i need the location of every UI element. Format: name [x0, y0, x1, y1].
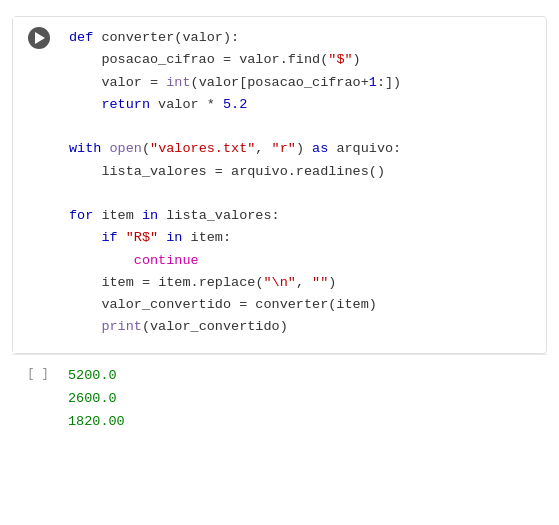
run-icon — [35, 32, 45, 44]
output-bracket: [ ] — [27, 367, 49, 381]
output-value: 1820.00 — [68, 411, 547, 434]
run-button[interactable] — [28, 27, 50, 49]
code-cell-gutter — [13, 17, 65, 353]
output-value: 2600.0 — [68, 388, 547, 411]
code-cell: def converter(valor): posacao_cifrao = v… — [12, 16, 547, 354]
output-cell: [ ] 5200.02600.01820.00 — [12, 355, 547, 444]
output-value: 5200.0 — [68, 365, 547, 388]
output-content: 5200.02600.01820.00 — [64, 365, 547, 434]
code-content: def converter(valor): posacao_cifrao = v… — [65, 17, 546, 353]
output-gutter: [ ] — [12, 365, 64, 434]
